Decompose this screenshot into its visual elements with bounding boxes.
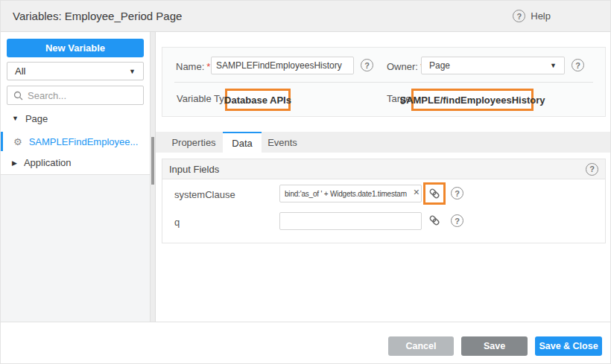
help-label[interactable]: Help xyxy=(531,10,551,22)
tab-properties[interactable]: Properties xyxy=(165,132,223,153)
required-asterisk: * xyxy=(206,61,210,72)
owner-selected-value: Page xyxy=(429,60,450,71)
cancel-button[interactable]: Cancel xyxy=(388,336,454,356)
tree-group-page[interactable]: ▼ Page xyxy=(1,109,150,127)
systemclause-label: systemClause xyxy=(174,189,235,200)
search-input[interactable] xyxy=(28,90,137,101)
tree-group-application-label: Application xyxy=(24,157,72,168)
input-fields-panel: Input Fields ? systemClause × xyxy=(162,159,606,243)
tree-item-label: SAMPLEFindEmployee... xyxy=(29,136,139,147)
name-field[interactable] xyxy=(211,57,354,74)
input-fields-help-icon[interactable]: ? xyxy=(586,163,598,176)
sidebar-scrollbar-thumb[interactable] xyxy=(151,137,154,185)
systemclause-input-wrap: × xyxy=(279,185,422,202)
owner-select[interactable]: Page ▼ xyxy=(421,57,565,74)
name-label: Name:* xyxy=(176,61,210,72)
owner-label: Owner:* xyxy=(387,61,424,72)
systemclause-bind-button-highlighted[interactable] xyxy=(423,182,446,205)
variable-summary-panel: Name:* ? Owner:* Page ▼ ? Variable Type:… xyxy=(162,47,606,117)
clear-icon[interactable]: × xyxy=(414,187,420,197)
target-value-highlighted: SAMPLE/findEmployeesHistory xyxy=(411,89,534,111)
input-fields-header: Input Fields ? xyxy=(162,159,605,179)
chevron-down-icon: ▼ xyxy=(129,68,136,75)
sidebar-scrollbar[interactable] xyxy=(150,32,156,322)
variable-detail-area: Name:* ? Owner:* Page ▼ ? Variable Type:… xyxy=(156,32,611,322)
new-variable-button[interactable]: New Variable xyxy=(7,39,144,57)
variables-sidebar: New Variable All ▼ ▼ Page ⚙ SAMPLEFindEm… xyxy=(1,32,150,322)
save-button[interactable]: Save xyxy=(461,336,528,356)
detail-tabs: Properties Data Events xyxy=(156,132,611,153)
chevron-right-icon[interactable]: ▶ xyxy=(12,159,17,167)
input-fields-title: Input Fields xyxy=(169,164,219,175)
dialog-footer: Cancel Save Save & Close xyxy=(1,322,611,364)
dialog-header: Variables: Employee_Period Page ? Help xyxy=(1,1,610,32)
owner-help-icon[interactable]: ? xyxy=(572,59,584,71)
save-and-close-button[interactable]: Save & Close xyxy=(535,336,602,356)
link-icon[interactable] xyxy=(426,185,443,202)
chevron-down-icon: ▼ xyxy=(550,62,557,69)
variable-search[interactable] xyxy=(7,86,144,105)
variables-dialog: Variables: Employee_Period Page ? Help N… xyxy=(0,0,611,364)
help-icon[interactable]: ? xyxy=(513,10,525,22)
variable-type-value-highlighted: Database APIs xyxy=(225,89,291,111)
chevron-down-icon[interactable]: ▼ xyxy=(12,115,19,122)
systemclause-help-icon[interactable]: ? xyxy=(451,187,463,199)
panel-divider xyxy=(174,82,593,83)
q-help-icon[interactable]: ? xyxy=(451,214,463,227)
q-label: q xyxy=(174,217,180,228)
filter-selected-value: All xyxy=(15,66,25,77)
systemclause-field[interactable] xyxy=(279,185,422,202)
variable-filter-select[interactable]: All ▼ xyxy=(7,62,144,80)
tab-data[interactable]: Data xyxy=(223,132,262,153)
page-title: Variables: Employee_Period Page xyxy=(13,10,182,22)
q-bind-button[interactable] xyxy=(426,212,443,229)
service-variable-icon: ⚙ xyxy=(13,136,22,147)
name-help-icon[interactable]: ? xyxy=(361,59,373,71)
tree-item-selected-variable[interactable]: ⚙ SAMPLEFindEmployee... xyxy=(1,132,150,151)
link-icon xyxy=(428,214,440,226)
q-field[interactable] xyxy=(279,212,422,230)
sidebar-empty-area xyxy=(1,174,150,322)
help-button[interactable]: ? Help xyxy=(513,10,551,22)
tree-group-application[interactable]: ▶ Application xyxy=(1,153,150,172)
tab-events[interactable]: Events xyxy=(262,132,303,153)
tree-group-page-label: Page xyxy=(25,113,48,124)
q-input-wrap xyxy=(279,212,422,230)
search-icon xyxy=(13,91,23,100)
